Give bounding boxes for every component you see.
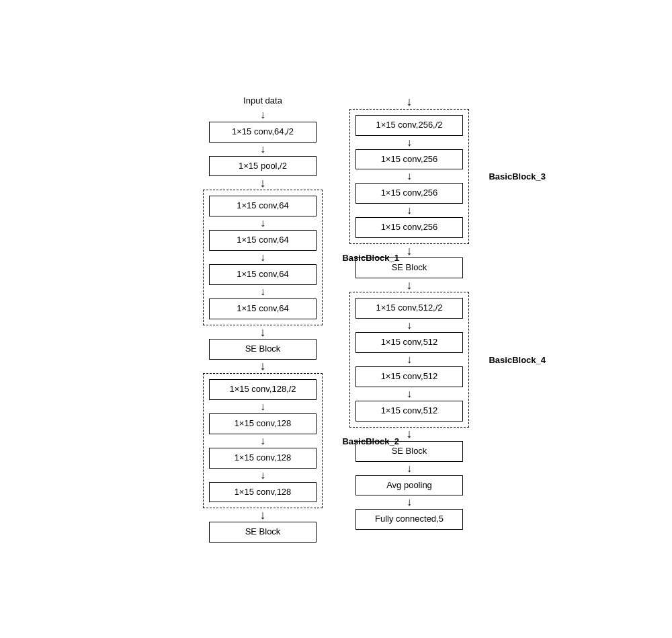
arrow-5: ↓: [260, 508, 266, 522]
arrow-r4: ↓: [407, 462, 412, 475]
node-bb1-conv2: 1×15 conv,64: [209, 230, 317, 251]
node-bb4-conv4: 1×15 conv,512: [355, 401, 463, 422]
right-column: ↓ 1×15 conv,256,/2 ↓ 1×15 conv,256 ↓ 1×1…: [349, 95, 469, 530]
arrow-bb1-1: ↓: [260, 216, 265, 230]
arrow-r2: ↓: [407, 278, 413, 292]
basic-block-2-box: 1×15 conv,128,/2 ↓ 1×15 conv,128 ↓ 1×15 …: [203, 373, 323, 509]
arrow-3: ↓: [260, 325, 266, 339]
basic-block-4-label: BasicBlock_4: [489, 354, 546, 364]
node-bb1-conv4: 1×15 conv,64: [209, 298, 317, 319]
node-bb2-conv3: 1×15 conv,128: [209, 448, 317, 469]
node-bb1-conv3: 1×15 conv,64: [209, 264, 317, 285]
fully-connected: Fully connected,5: [355, 509, 463, 530]
neural-network-diagram: Input data ↓ 1×15 conv,64,/2 ↓ 1×15 pool…: [190, 75, 482, 563]
arrow-right-top: ↓: [407, 95, 413, 109]
basic-block-3-box: 1×15 conv,256,/2 ↓ 1×15 conv,256 ↓ 1×15 …: [349, 109, 469, 245]
arrow-bb3-3: ↓: [407, 204, 412, 217]
arrow-1: ↓: [260, 143, 265, 156]
basic-block-3-wrapper: 1×15 conv,256,/2 ↓ 1×15 conv,256 ↓ 1×15 …: [349, 109, 469, 245]
node-bb3-conv2: 1×15 conv,256: [355, 149, 463, 170]
arrow-bb4-3: ↓: [407, 387, 412, 401]
arrow-bb2-2: ↓: [260, 434, 265, 448]
arrow-bb1-2: ↓: [260, 251, 265, 264]
se-block-2: SE Block: [209, 522, 317, 543]
node-conv64-2: 1×15 conv,64,/2: [209, 122, 317, 143]
arrow-bb2-3: ↓: [260, 469, 265, 482]
basic-block-2-wrapper: 1×15 conv,128,/2 ↓ 1×15 conv,128 ↓ 1×15 …: [203, 373, 323, 509]
node-bb2-conv2: 1×15 conv,128: [209, 413, 317, 434]
basic-block-4-box: 1×15 conv,512,/2 ↓ 1×15 conv,512 ↓ 1×15 …: [349, 292, 469, 428]
node-bb4-conv2: 1×15 conv,512: [355, 332, 463, 353]
arrow-bb4-2: ↓: [407, 353, 412, 366]
node-bb2-conv1: 1×15 conv,128,/2: [209, 379, 317, 400]
node-pool: 1×15 pool,/2: [209, 156, 317, 177]
se-block-1: SE Block: [209, 339, 317, 360]
basic-block-4-wrapper: 1×15 conv,512,/2 ↓ 1×15 conv,512 ↓ 1×15 …: [349, 292, 469, 428]
node-bb1-conv1: 1×15 conv,64: [209, 196, 317, 216]
left-column: Input data ↓ 1×15 conv,64,/2 ↓ 1×15 pool…: [203, 95, 323, 543]
basic-block-1-box: 1×15 conv,64 ↓ 1×15 conv,64 ↓ 1×15 conv,…: [203, 190, 323, 325]
basic-block-3-label: BasicBlock_3: [489, 171, 546, 182]
arrow-bb3-1: ↓: [407, 136, 412, 149]
arrow-r5: ↓: [407, 495, 412, 509]
arrow-input: ↓: [260, 108, 265, 122]
node-bb3-conv1: 1×15 conv,256,/2: [355, 115, 463, 136]
arrow-bb2-1: ↓: [260, 400, 265, 413]
node-bb4-conv3: 1×15 conv,512: [355, 366, 463, 387]
basic-block-1-wrapper: 1×15 conv,64 ↓ 1×15 conv,64 ↓ 1×15 conv,…: [203, 190, 323, 325]
node-bb2-conv4: 1×15 conv,128: [209, 482, 317, 503]
arrow-bb1-3: ↓: [260, 285, 265, 298]
node-bb4-conv1: 1×15 conv,512,/2: [355, 298, 463, 319]
arrow-bb4-1: ↓: [407, 319, 412, 332]
input-label: Input data: [243, 95, 282, 106]
arrow-r1: ↓: [407, 244, 413, 257]
avg-pooling: Avg pooling: [355, 475, 463, 496]
arrow-r3: ↓: [407, 428, 413, 441]
node-bb3-conv4: 1×15 conv,256: [355, 217, 463, 238]
arrow-bb3-2: ↓: [407, 169, 412, 183]
arrow-4: ↓: [260, 360, 266, 373]
node-bb3-conv3: 1×15 conv,256: [355, 183, 463, 204]
arrow-2: ↓: [260, 176, 266, 190]
basic-block-2-label: BasicBlock_2: [342, 436, 399, 446]
basic-block-1-label: BasicBlock_1: [342, 253, 399, 263]
